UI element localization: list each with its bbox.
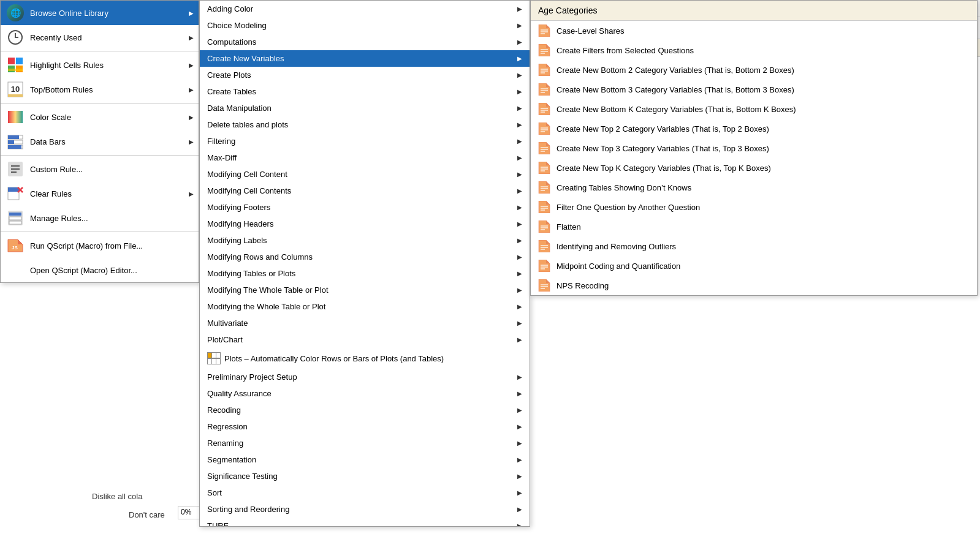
open-editor-label: Open QScript (Macro) Editor... — [30, 266, 194, 275]
middle-menu-item-renaming[interactable]: Renaming▶ — [200, 435, 530, 451]
right-panel-item-topk[interactable]: Create New Top K Category Variables (Tha… — [531, 158, 977, 178]
middle-menu-item-modifying-whole-table[interactable]: Modifying The Whole Table or Plot▶ — [200, 282, 530, 298]
top-bottom-icon: 10 — [6, 81, 25, 98]
middle-menu-item-sorting-reordering[interactable]: Sorting and Reordering▶ — [200, 501, 530, 518]
right-panel-item-create-filters[interactable]: Create Filters from Selected Questions — [531, 40, 977, 60]
svg-marker-83 — [539, 201, 550, 213]
middle-menu-item-sort[interactable]: Sort▶ — [200, 484, 530, 501]
svg-text:JS: JS — [12, 245, 18, 251]
middle-menu-arrow-data-manipulation: ▶ — [517, 105, 522, 111]
middle-menu-item-modifying-footers[interactable]: Modifying Footers▶ — [200, 199, 530, 216]
middle-menu-item-delete-tables[interactable]: Delete tables and plots▶ — [200, 116, 530, 133]
middle-menu-arrow-renaming: ▶ — [517, 440, 522, 446]
menu-top-bottom-rules[interactable]: 10 Top/Bottom Rules ▶ — [1, 77, 199, 102]
right-panel-item-top3[interactable]: Create New Top 3 Category Variables (Tha… — [531, 138, 977, 158]
middle-menu-item-regression[interactable]: Regression▶ — [200, 418, 530, 435]
script-icon-nps-recoding — [537, 279, 552, 292]
right-panel-item-top2[interactable]: Create New Top 2 Category Variables (Tha… — [531, 119, 977, 138]
svg-rect-1 — [8, 58, 15, 64]
middle-menu-arrow-max-diff: ▶ — [517, 154, 522, 161]
right-panel-item-case-level-shares[interactable]: Case-Level Shares — [531, 21, 977, 40]
middle-menu-item-max-diff[interactable]: Max-Diff▶ — [200, 149, 530, 166]
custom-rule-icon — [6, 160, 25, 178]
middle-menu-item-preliminary-setup[interactable]: Preliminary Project Setup▶ — [200, 369, 530, 385]
right-panel-label-top2: Create New Top 2 Category Variables (Tha… — [556, 124, 769, 134]
right-panel-item-bottom3[interactable]: Create New Bottom 3 Category Variables (… — [531, 80, 977, 99]
middle-menu-label-create-new-vars: Create New Variables — [207, 54, 517, 63]
middle-menu-item-create-new-vars[interactable]: Create New Variables▶ — [200, 50, 530, 67]
highlight-cells-label: Highlight Cells Rules — [30, 61, 189, 70]
middle-menu-arrow-adding-color: ▶ — [517, 6, 522, 12]
middle-menu-item-computations[interactable]: Computations▶ — [200, 34, 530, 50]
middle-menu-item-modifying-tables-plots[interactable]: Modifying Tables or Plots▶ — [200, 265, 530, 282]
menu-custom-rule[interactable]: Custom Rule... — [1, 157, 199, 181]
middle-menu-item-segmentation[interactable]: Segmentation▶ — [200, 451, 530, 468]
middle-menu-item-data-manipulation[interactable]: Data Manipulation▶ — [200, 100, 530, 116]
svg-rect-13 — [8, 140, 14, 144]
svg-rect-37 — [216, 359, 220, 364]
middle-menu-item-plot-chart[interactable]: Plot/Chart▶ — [200, 331, 530, 348]
menu-highlight-cells-rules[interactable]: Highlight Cells Rules ▶ — [1, 53, 199, 77]
menu-run-qscript[interactable]: JS Run QScript (Macro) from File... — [1, 233, 199, 258]
manage-rules-icon — [6, 209, 25, 227]
middle-menu-label-segmentation: Segmentation — [207, 455, 517, 464]
menu-manage-rules[interactable]: Manage Rules... — [1, 206, 199, 230]
color-scale-arrow-icon: ▶ — [189, 114, 194, 121]
middle-menu-item-modifying-labels[interactable]: Modifying Labels▶ — [200, 232, 530, 249]
middle-menu-label-filtering: Filtering — [207, 137, 517, 146]
middle-menu-item-modifying-cell-content[interactable]: Modifying Cell Content▶ — [200, 166, 530, 183]
middle-menu-arrow-significance-testing: ▶ — [517, 473, 522, 480]
menu-browse-online-library[interactable]: 🌐 Browse Online Library ▶ — [1, 1, 199, 25]
svg-marker-103 — [539, 279, 550, 292]
run-qscript-label: Run QScript (Macro) from File... — [30, 241, 194, 251]
middle-menu-item-plots-auto-color[interactable]: Plots – Automatically Color Rows or Bars… — [200, 348, 530, 369]
middle-menu-item-recoding[interactable]: Recoding▶ — [200, 402, 530, 418]
right-panel-item-identifying-outliers[interactable]: Identifying and Removing Outliers — [531, 236, 977, 256]
middle-menu-item-choice-modeling[interactable]: Choice Modeling▶ — [200, 17, 530, 34]
middle-menu-arrow-modifying-footers: ▶ — [517, 204, 522, 211]
menu-color-scale[interactable]: Color Scale ▶ — [1, 105, 199, 129]
middle-menu-item-modifying-cell-contents[interactable]: Modifying Cell Contents▶ — [200, 183, 530, 199]
middle-menu-item-create-plots[interactable]: Create Plots▶ — [200, 67, 530, 83]
middle-menu-arrow-sort: ▶ — [517, 489, 522, 496]
right-panel-item-nps-recoding[interactable]: NPS Recoding — [531, 276, 977, 295]
highlight-cells-icon — [6, 56, 25, 73]
middle-menu-item-turf[interactable]: TURF▶ — [200, 518, 530, 527]
middle-menu-item-adding-color[interactable]: Adding Color▶ — [200, 1, 530, 17]
middle-menu-item-multivariate[interactable]: Multivariate▶ — [200, 315, 530, 331]
separator-2 — [1, 103, 199, 104]
middle-menu-item-quality-assurance[interactable]: Quality Assurance▶ — [200, 385, 530, 402]
menu-clear-rules[interactable]: Clear Rules ▶ — [1, 181, 199, 206]
middle-menu-item-create-tables[interactable]: Create Tables▶ — [200, 83, 530, 100]
manage-rules-label: Manage Rules... — [30, 214, 194, 223]
middle-menu-label-delete-tables: Delete tables and plots — [207, 120, 517, 129]
right-panel-item-midpoint-coding[interactable]: Midpoint Coding and Quantification — [531, 256, 977, 276]
right-panel-item-bottom2[interactable]: Create New Bottom 2 Category Variables (… — [531, 60, 977, 80]
middle-menu-label-choice-modeling: Choice Modeling — [207, 21, 517, 30]
svg-rect-35 — [208, 359, 211, 364]
middle-menu-arrow-modifying-cell-contents: ▶ — [517, 187, 522, 194]
middle-menu-arrow-modifying-whole-table2: ▶ — [517, 303, 522, 310]
middle-menu-item-filtering[interactable]: Filtering▶ — [200, 133, 530, 149]
svg-rect-32 — [208, 353, 211, 358]
separator-3 — [1, 155, 199, 156]
middle-menu-item-significance-testing[interactable]: Significance Testing▶ — [200, 468, 530, 484]
menu-open-qscript-editor[interactable]: Open QScript (Macro) Editor... — [1, 258, 199, 282]
middle-menu-item-modifying-rows-cols[interactable]: Modifying Rows and Columns▶ — [200, 249, 530, 265]
svg-rect-11 — [8, 135, 19, 139]
right-panel-item-flatten[interactable]: Flatten — [531, 217, 977, 236]
middle-menu-item-modifying-headers[interactable]: Modifying Headers▶ — [200, 216, 530, 232]
menu-recently-used[interactable]: Recently Used ▶ — [1, 25, 199, 50]
right-panel-item-dontnows[interactable]: Creating Tables Showing Don’t Knows — [531, 178, 977, 197]
top-bottom-arrow-icon: ▶ — [189, 86, 194, 93]
menu-data-bars[interactable]: Data Bars ▶ — [1, 129, 199, 154]
create-new-variables-panel: Age Categories Case-Level Shares Create … — [530, 0, 978, 296]
middle-menu-item-modifying-whole-table2[interactable]: Modifying the Whole Table or Plot▶ — [200, 298, 530, 315]
right-panel-item-filter-one[interactable]: Filter One Question by Another Question — [531, 197, 977, 217]
svg-rect-15 — [8, 145, 21, 149]
middle-menu-arrow-create-plots: ▶ — [517, 72, 522, 78]
right-panel-label-case-level-shares: Case-Level Shares — [556, 26, 625, 36]
browse-library-menu: Adding Color▶Choice Modeling▶Computation… — [199, 0, 530, 527]
right-panel-item-bottomk[interactable]: Create New Bottom K Category Variables (… — [531, 99, 977, 119]
right-panel-label-bottom2: Create New Bottom 2 Category Variables (… — [556, 66, 794, 75]
